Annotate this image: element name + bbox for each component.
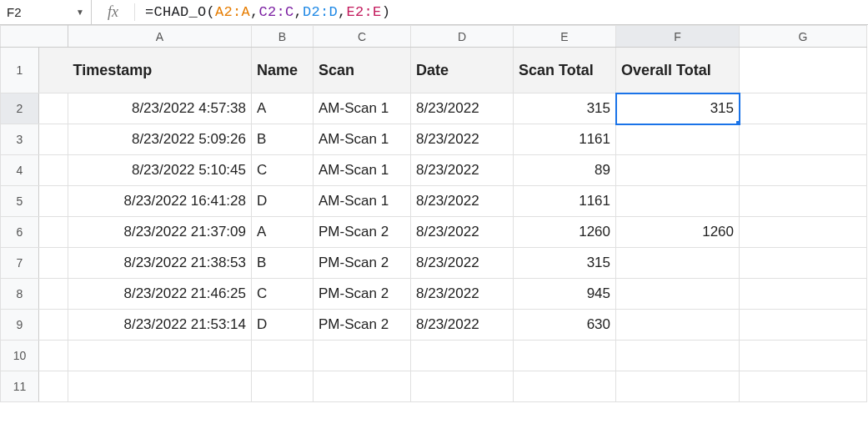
cell[interactable] xyxy=(39,186,68,217)
cell[interactable] xyxy=(616,371,740,402)
row-header[interactable]: 9 xyxy=(1,310,39,341)
cell[interactable]: 8/23/2022 xyxy=(411,310,514,341)
cell[interactable]: AM-Scan 1 xyxy=(314,155,411,186)
cell[interactable]: 8/23/2022 21:38:53 xyxy=(68,248,252,279)
cell[interactable] xyxy=(740,310,867,341)
cell[interactable]: AM-Scan 1 xyxy=(314,186,411,217)
cell[interactable] xyxy=(39,371,68,402)
row-header[interactable]: 11 xyxy=(1,371,39,402)
cell[interactable]: D xyxy=(252,186,314,217)
cell[interactable] xyxy=(411,341,514,371)
cell[interactable] xyxy=(68,341,252,371)
cell[interactable]: AM-Scan 1 xyxy=(314,124,411,155)
cell[interactable]: 8/23/2022 4:57:38 xyxy=(68,93,252,124)
cell[interactable] xyxy=(740,186,867,217)
header-overall-total[interactable]: Overall Total xyxy=(616,48,740,93)
cell[interactable] xyxy=(68,371,252,402)
cell[interactable]: A xyxy=(252,217,314,248)
cell[interactable]: A xyxy=(252,93,314,124)
header-scan[interactable]: Scan xyxy=(314,48,411,93)
cell[interactable] xyxy=(616,341,740,371)
col-header-c[interactable]: C xyxy=(314,26,411,48)
cell[interactable]: 8/23/2022 5:09:26 xyxy=(68,124,252,155)
cell[interactable] xyxy=(514,341,616,371)
cell[interactable]: D xyxy=(252,310,314,341)
cell[interactable]: 8/23/2022 5:10:45 xyxy=(68,155,252,186)
cell[interactable]: 89 xyxy=(514,155,616,186)
cell[interactable] xyxy=(39,124,68,155)
select-all-corner[interactable] xyxy=(1,26,68,48)
cell[interactable] xyxy=(514,371,616,402)
cell[interactable]: PM-Scan 2 xyxy=(314,279,411,310)
cell[interactable]: 8/23/2022 21:37:09 xyxy=(68,217,252,248)
selected-cell[interactable]: 315 xyxy=(616,93,740,124)
row-header[interactable]: 3 xyxy=(1,124,39,155)
cell[interactable]: 8/23/2022 xyxy=(411,217,514,248)
cell[interactable] xyxy=(740,371,867,402)
cell[interactable]: 8/23/2022 xyxy=(411,155,514,186)
cell[interactable]: 8/23/2022 xyxy=(411,279,514,310)
cell[interactable] xyxy=(39,217,68,248)
cell[interactable]: 8/23/2022 21:53:14 xyxy=(68,310,252,341)
header-name[interactable]: Name xyxy=(252,48,314,93)
cell[interactable]: 1161 xyxy=(514,186,616,217)
cell[interactable] xyxy=(39,310,68,341)
cell[interactable]: PM-Scan 2 xyxy=(314,310,411,341)
cell[interactable]: 315 xyxy=(514,248,616,279)
cell[interactable]: 8/23/2022 xyxy=(411,186,514,217)
cell[interactable] xyxy=(252,371,314,402)
cell[interactable]: 945 xyxy=(514,279,616,310)
spreadsheet-grid[interactable]: A B C D E F G 1 Timestamp Name Scan Date… xyxy=(0,25,868,402)
fill-handle[interactable] xyxy=(735,120,740,124)
cell[interactable] xyxy=(39,48,68,93)
cell[interactable]: 630 xyxy=(514,310,616,341)
cell[interactable]: 1161 xyxy=(514,124,616,155)
row-header[interactable]: 10 xyxy=(1,341,39,371)
cell[interactable] xyxy=(39,279,68,310)
cell[interactable] xyxy=(616,310,740,341)
cell[interactable] xyxy=(740,124,867,155)
col-header-g[interactable]: G xyxy=(740,26,867,48)
header-date[interactable]: Date xyxy=(411,48,514,93)
cell[interactable]: 8/23/2022 xyxy=(411,124,514,155)
cell[interactable] xyxy=(740,48,867,93)
header-timestamp[interactable]: Timestamp xyxy=(68,48,252,93)
cell[interactable] xyxy=(411,371,514,402)
cell[interactable] xyxy=(616,124,740,155)
row-header[interactable]: 6 xyxy=(1,217,39,248)
row-header[interactable]: 2 xyxy=(1,93,39,124)
col-header-a[interactable]: A xyxy=(68,26,252,48)
cell[interactable] xyxy=(616,155,740,186)
col-header-b[interactable]: B xyxy=(252,26,314,48)
cell[interactable] xyxy=(616,186,740,217)
cell[interactable] xyxy=(39,155,68,186)
cell[interactable]: C xyxy=(252,279,314,310)
formula-input[interactable]: =CHAD_O(A2:A,C2:C,D2:D,E2:E) xyxy=(135,4,868,20)
cell[interactable] xyxy=(740,155,867,186)
cell[interactable] xyxy=(740,279,867,310)
cell[interactable] xyxy=(39,248,68,279)
cell[interactable] xyxy=(39,93,68,124)
row-header[interactable]: 8 xyxy=(1,279,39,310)
row-header[interactable]: 1 xyxy=(1,48,39,93)
cell[interactable]: 8/23/2022 xyxy=(411,93,514,124)
cell[interactable]: 315 xyxy=(514,93,616,124)
cell[interactable]: 8/23/2022 16:41:28 xyxy=(68,186,252,217)
cell[interactable]: C xyxy=(252,155,314,186)
cell[interactable]: AM-Scan 1 xyxy=(314,93,411,124)
cell[interactable]: 1260 xyxy=(616,217,740,248)
name-box[interactable]: F2 ▼ xyxy=(0,0,92,24)
cell[interactable]: B xyxy=(252,124,314,155)
cell[interactable] xyxy=(314,371,411,402)
cell[interactable] xyxy=(616,248,740,279)
cell[interactable]: 8/23/2022 xyxy=(411,248,514,279)
col-header-d[interactable]: D xyxy=(411,26,514,48)
cell[interactable] xyxy=(616,279,740,310)
header-scan-total[interactable]: Scan Total xyxy=(514,48,616,93)
cell[interactable]: 8/23/2022 21:46:25 xyxy=(68,279,252,310)
cell[interactable]: 1260 xyxy=(514,217,616,248)
row-header[interactable]: 4 xyxy=(1,155,39,186)
cell[interactable] xyxy=(740,248,867,279)
row-header[interactable]: 5 xyxy=(1,186,39,217)
cell[interactable] xyxy=(39,341,68,371)
